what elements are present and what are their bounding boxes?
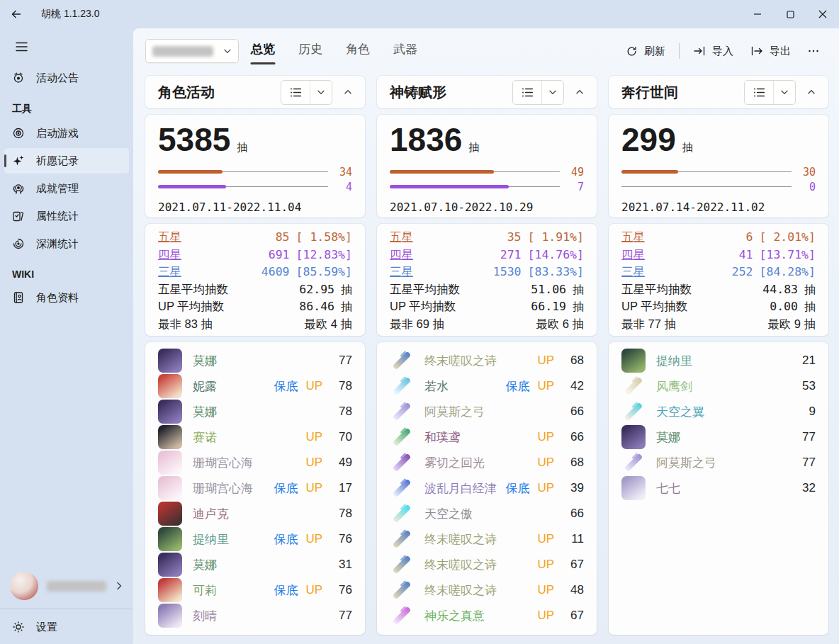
announcement-icon bbox=[11, 72, 25, 85]
pull-list-item[interactable]: 刻晴77 bbox=[152, 603, 358, 628]
tab-bar: 总览历史角色武器 bbox=[249, 37, 419, 65]
pull-list-item[interactable]: 若水保底UP42 bbox=[384, 373, 590, 399]
maximize-button[interactable] bbox=[774, 0, 806, 28]
collapse-card-button[interactable] bbox=[336, 81, 360, 104]
pull-list-item[interactable]: 天空之傲66 bbox=[384, 501, 590, 526]
pull-list-item[interactable]: 莫娜77 bbox=[616, 424, 821, 450]
sidebar-item-label: 启动游戏 bbox=[36, 127, 79, 140]
pull-item-badges: UP bbox=[537, 609, 554, 623]
list-mode-button[interactable] bbox=[281, 81, 310, 104]
pull-list-item[interactable]: 和璞鸢UP66 bbox=[384, 424, 590, 450]
pull-list-item[interactable]: 珊瑚宫心海保底UP17 bbox=[152, 475, 358, 501]
sidebar-divider bbox=[0, 609, 133, 609]
star-rank-link[interactable]: 四星 bbox=[390, 247, 500, 263]
pull-list-item[interactable]: 终末嗟叹之诗UP67 bbox=[384, 552, 590, 577]
sidebar-item-settings[interactable]: 设置 bbox=[4, 614, 129, 640]
collapse-card-button[interactable] bbox=[799, 81, 823, 104]
sidebar-item-活动公告[interactable]: 活动公告 bbox=[4, 65, 129, 91]
up-badge: UP bbox=[537, 379, 554, 393]
pull-list-item[interactable]: 迪卢克78 bbox=[152, 501, 358, 526]
close-button[interactable] bbox=[806, 0, 839, 28]
pull-list-item[interactable]: 风鹰剑53 bbox=[616, 373, 821, 399]
pull-item-count: 77 bbox=[331, 354, 352, 368]
pull-list-item[interactable]: 可莉保底UP76 bbox=[152, 577, 358, 603]
pull-list-item[interactable]: 终末嗟叹之诗UP11 bbox=[384, 526, 590, 552]
pull-list-item[interactable]: 珊瑚宫心海UP49 bbox=[152, 450, 358, 475]
pull-list-item[interactable]: 阿莫斯之弓66 bbox=[384, 399, 590, 424]
chevron-down-icon bbox=[780, 88, 789, 96]
sidebar: 活动公告工具启动游戏祈愿记录成就管理属性统计深渊统计WIKI角色资料 设置 bbox=[0, 28, 133, 644]
average-stat-label: 五星平均抽数 bbox=[621, 282, 762, 298]
pull-list-item[interactable]: 提纳里保底UP76 bbox=[152, 526, 358, 552]
user-avatar bbox=[10, 572, 38, 600]
list-mode-button[interactable] bbox=[513, 81, 541, 104]
star-rank-link[interactable]: 五星 bbox=[158, 230, 276, 245]
list-mode-split-button[interactable] bbox=[512, 80, 564, 105]
action-button-刷新[interactable]: 刷新 bbox=[617, 40, 674, 63]
total-pulls-value: 5385 bbox=[158, 122, 230, 158]
list-mode-dropdown-button[interactable] bbox=[773, 81, 795, 104]
star-count: 85 bbox=[276, 230, 290, 244]
pull-item-badges: 保底UP bbox=[274, 480, 322, 497]
chevron-down-icon bbox=[548, 88, 557, 96]
pity-counter-value: 30 bbox=[797, 166, 816, 179]
character-avatar bbox=[158, 553, 182, 577]
minimize-button[interactable] bbox=[741, 0, 774, 28]
pull-item-badges: UP bbox=[537, 430, 554, 444]
average-stat-label: UP 平均抽数 bbox=[158, 299, 299, 315]
list-mode-button[interactable] bbox=[745, 81, 773, 104]
pull-list-item[interactable]: 赛诺UP70 bbox=[152, 424, 358, 450]
tab-总览[interactable]: 总览 bbox=[249, 37, 276, 65]
sidebar-item-深渊统计[interactable]: 深渊统计 bbox=[4, 231, 129, 256]
up-badge: UP bbox=[537, 583, 554, 597]
uid-selector[interactable] bbox=[145, 39, 239, 63]
pull-list-item[interactable]: 莫娜78 bbox=[152, 399, 358, 424]
sidebar-item-角色资料[interactable]: 角色资料 bbox=[4, 285, 129, 310]
sidebar-item-祈愿记录[interactable]: 祈愿记录 bbox=[4, 148, 129, 174]
action-button-导入[interactable]: 导入 bbox=[685, 40, 742, 63]
more-options-button[interactable] bbox=[799, 40, 828, 62]
pull-list-item[interactable]: 妮露保底UP78 bbox=[152, 373, 358, 399]
pull-list-item[interactable]: 神乐之真意UP67 bbox=[384, 603, 590, 628]
list-mode-split-button[interactable] bbox=[744, 80, 796, 105]
tab-武器[interactable]: 武器 bbox=[392, 37, 419, 65]
pull-list-item[interactable]: 莫娜77 bbox=[152, 348, 358, 373]
star-rank-link[interactable]: 五星 bbox=[621, 230, 746, 245]
star-rank-link[interactable]: 四星 bbox=[158, 247, 269, 263]
list-mode-split-button[interactable] bbox=[281, 80, 332, 105]
list-mode-dropdown-button[interactable] bbox=[541, 81, 563, 104]
star-rank-link[interactable]: 三星 bbox=[158, 264, 261, 280]
star-rank-link[interactable]: 五星 bbox=[390, 230, 507, 245]
pity-progress-row: 49 bbox=[390, 167, 584, 177]
tab-历史[interactable]: 历史 bbox=[297, 37, 324, 65]
pull-list-item[interactable]: 雾切之回光UP68 bbox=[384, 450, 590, 475]
sidebar-item-启动游戏[interactable]: 启动游戏 bbox=[4, 120, 129, 146]
sidebar-item-成就管理[interactable]: 成就管理 bbox=[4, 176, 129, 201]
total-pulls-value: 299 bbox=[621, 122, 676, 158]
pull-list-item[interactable]: 提纳里21 bbox=[616, 348, 821, 373]
sidebar-item-属性统计[interactable]: 属性统计 bbox=[4, 203, 129, 229]
star-rank-link[interactable]: 三星 bbox=[390, 264, 493, 280]
list-mode-dropdown-button[interactable] bbox=[310, 81, 332, 104]
banner-title: 奔行世间 bbox=[621, 83, 744, 102]
pull-list-item[interactable]: 七七32 bbox=[616, 475, 821, 501]
user-account-row[interactable] bbox=[0, 565, 133, 607]
character-wiki-icon bbox=[11, 291, 25, 305]
action-button-导出[interactable]: 导出 bbox=[742, 40, 799, 63]
hamburger-button[interactable] bbox=[7, 35, 35, 59]
star-rank-link[interactable]: 四星 bbox=[621, 247, 739, 263]
collapse-card-button[interactable] bbox=[568, 81, 592, 104]
pull-item-name: 珊瑚宫心海 bbox=[193, 480, 253, 497]
pull-item-name: 终末嗟叹之诗 bbox=[424, 531, 497, 548]
back-button[interactable] bbox=[0, 0, 33, 28]
pull-list-item[interactable]: 波乱月白经津保底UP39 bbox=[384, 475, 590, 501]
pull-list-item[interactable]: 终末嗟叹之诗UP48 bbox=[384, 577, 590, 603]
pull-list-item[interactable]: 阿莫斯之弓77 bbox=[616, 450, 821, 475]
pull-list-item[interactable]: 天空之翼9 bbox=[616, 399, 821, 424]
star-rank-link[interactable]: 三星 bbox=[621, 264, 732, 280]
tab-角色[interactable]: 角色 bbox=[344, 37, 371, 65]
abyss-stats-icon bbox=[11, 237, 25, 251]
total-pulls-line: 299抽 bbox=[621, 122, 816, 158]
pull-list-item[interactable]: 终末嗟叹之诗UP68 bbox=[384, 348, 590, 373]
pull-list-item[interactable]: 莫娜31 bbox=[152, 552, 358, 577]
